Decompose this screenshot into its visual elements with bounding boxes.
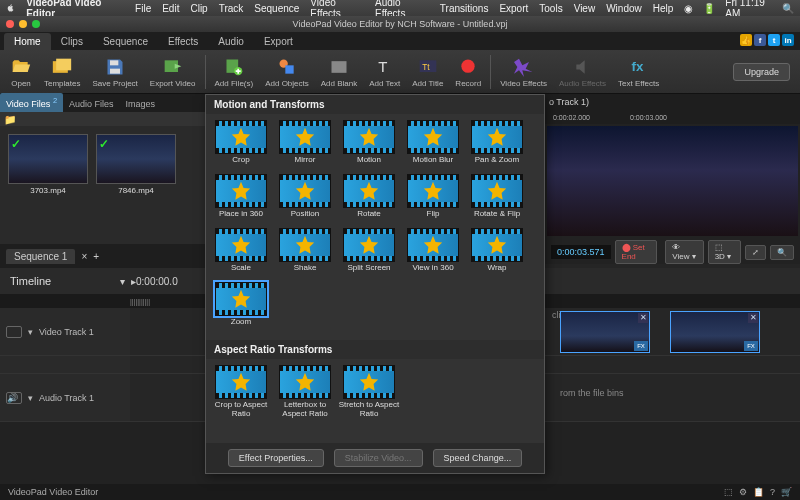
tab-home[interactable]: Home [4, 33, 51, 50]
track-visibility-toggle[interactable] [6, 326, 22, 338]
effect-item[interactable]: Rotate & Flip [466, 174, 528, 226]
bin-tab-audio[interactable]: Audio Files [63, 96, 120, 112]
stabilize-video-button[interactable]: Stabilize Video... [334, 449, 423, 467]
menu-window[interactable]: Window [606, 3, 642, 14]
effect-item[interactable]: Position [274, 174, 336, 226]
add-sequence-button[interactable]: + [93, 251, 99, 262]
add-objects-button[interactable]: Add Objects [259, 52, 315, 92]
record-button[interactable]: Record [449, 52, 487, 92]
add-blank-button[interactable]: Add Blank [315, 52, 363, 92]
facebook-icon[interactable]: f [754, 34, 766, 46]
twitter-icon[interactable]: t [768, 34, 780, 46]
effect-thumbnail[interactable] [343, 174, 395, 208]
effect-item[interactable]: Mirror [274, 120, 336, 172]
status-icon[interactable]: 📋 [753, 487, 764, 497]
add-files-button[interactable]: Add File(s) [209, 52, 260, 92]
tab-audio[interactable]: Audio [208, 33, 254, 50]
export-video-button[interactable]: Export Video [144, 52, 202, 92]
effect-item[interactable]: Stretch to Aspect Ratio [338, 365, 400, 417]
effect-thumbnail[interactable] [343, 120, 395, 154]
effect-item[interactable]: Motion Blur [402, 120, 464, 172]
effect-thumbnail[interactable] [279, 174, 331, 208]
effect-item[interactable]: Crop [210, 120, 272, 172]
menu-tools[interactable]: Tools [539, 3, 562, 14]
linkedin-icon[interactable]: in [782, 34, 794, 46]
speed-change-button[interactable]: Speed Change... [433, 449, 523, 467]
preview-viewport[interactable] [547, 126, 798, 236]
effect-thumbnail[interactable] [471, 174, 523, 208]
tab-effects[interactable]: Effects [158, 33, 208, 50]
timeline-dropdown-icon[interactable]: ▾ [120, 276, 125, 287]
timeline-clip[interactable]: ✕FX [670, 311, 760, 353]
timecode-display[interactable]: 0:00:03.571 [551, 245, 611, 259]
menu-clip[interactable]: Clip [190, 3, 207, 14]
folder-icon[interactable]: 📁 [4, 114, 16, 125]
tab-sequence[interactable]: Sequence [93, 33, 158, 50]
wifi-icon[interactable]: ◉ [684, 3, 693, 14]
status-icon[interactable]: ? [770, 487, 775, 497]
effect-item[interactable]: Letterbox to Aspect Ratio [274, 365, 336, 417]
close-tab-icon[interactable]: × [81, 251, 87, 262]
effect-thumbnail[interactable] [407, 120, 459, 154]
clip-fx-badge[interactable]: FX [744, 341, 758, 351]
menu-file[interactable]: File [135, 3, 151, 14]
effect-item[interactable]: Pan & Zoom [466, 120, 528, 172]
effect-thumbnail[interactable] [407, 228, 459, 262]
tab-clips[interactable]: Clips [51, 33, 93, 50]
zoom-out-icon[interactable]: ⤢ [745, 245, 766, 260]
add-text-button[interactable]: TAdd Text [363, 52, 406, 92]
menu-help[interactable]: Help [653, 3, 674, 14]
clip-close-icon[interactable]: ✕ [748, 313, 758, 323]
add-title-button[interactable]: TtAdd Title [406, 52, 449, 92]
minimize-button[interactable] [19, 20, 27, 28]
effect-thumbnail[interactable] [343, 228, 395, 262]
effect-item[interactable]: Shake [274, 228, 336, 280]
audio-effects-button[interactable]: Audio Effects [553, 52, 612, 92]
battery-icon[interactable]: 🔋 [703, 3, 715, 14]
status-icon[interactable]: ⚙ [739, 487, 747, 497]
effect-thumbnail[interactable] [343, 365, 395, 399]
search-icon[interactable]: 🔍 [782, 3, 794, 14]
timeline-clip[interactable]: ✕FX [560, 311, 650, 353]
menu-sequence[interactable]: Sequence [254, 3, 299, 14]
track-dropdown-icon[interactable]: ▾ [28, 327, 33, 337]
clip-fx-badge[interactable]: FX [634, 341, 648, 351]
text-effects-button[interactable]: fxText Effects [612, 52, 665, 92]
effect-thumbnail[interactable] [407, 174, 459, 208]
track-mute-toggle[interactable]: 🔊 [6, 392, 22, 404]
effect-properties-button[interactable]: Effect Properties... [228, 449, 324, 467]
view-button[interactable]: 👁 View ▾ [665, 240, 703, 264]
tab-export[interactable]: Export [254, 33, 303, 50]
effect-thumbnail[interactable] [215, 365, 267, 399]
effect-item[interactable]: Place in 360 [210, 174, 272, 226]
save-project-button[interactable]: Save Project [86, 52, 143, 92]
clip-thumbnail[interactable] [8, 134, 88, 184]
menu-view[interactable]: View [574, 3, 596, 14]
effect-thumbnail[interactable] [471, 228, 523, 262]
effect-item[interactable]: Zoom [210, 282, 272, 334]
effect-thumbnail[interactable] [215, 174, 267, 208]
effect-thumbnail[interactable] [215, 228, 267, 262]
effect-thumbnail[interactable] [215, 120, 267, 154]
sequence-tab[interactable]: Sequence 1 [6, 249, 75, 264]
effect-item[interactable]: Scale [210, 228, 272, 280]
zoom-in-icon[interactable]: 🔍 [770, 245, 794, 260]
effect-thumbnail[interactable] [279, 228, 331, 262]
track-dropdown-icon[interactable]: ▾ [28, 393, 33, 403]
templates-button[interactable]: Templates [38, 52, 86, 92]
effect-thumbnail[interactable] [279, 120, 331, 154]
video-effects-button[interactable]: Video Effects [494, 52, 553, 92]
status-icon[interactable]: 🛒 [781, 487, 792, 497]
set-end-button[interactable]: ⬤ Set End [615, 240, 658, 264]
3d-button[interactable]: ⬚ 3D ▾ [708, 240, 741, 264]
clip-close-icon[interactable]: ✕ [638, 313, 648, 323]
effect-thumbnail[interactable] [215, 282, 267, 316]
effect-item[interactable]: Rotate [338, 174, 400, 226]
timeline-label[interactable]: Timeline [0, 275, 120, 287]
media-clip[interactable]: 3703.mp4 [8, 134, 88, 236]
bin-tab-images[interactable]: Images [120, 96, 162, 112]
media-clip[interactable]: 7846.mp4 [96, 134, 176, 236]
effect-item[interactable]: Crop to Aspect Ratio [210, 365, 272, 417]
menu-transitions[interactable]: Transitions [440, 3, 489, 14]
effect-item[interactable]: Motion [338, 120, 400, 172]
